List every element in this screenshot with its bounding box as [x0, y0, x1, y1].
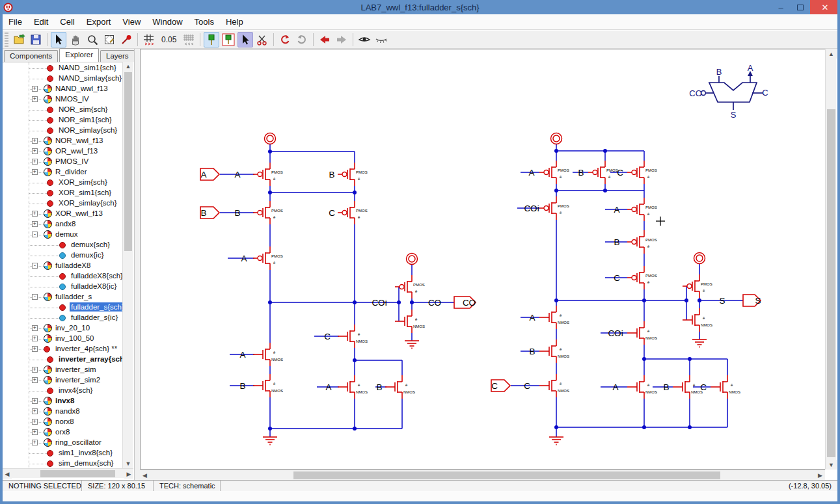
tree-item-label[interactable]: NAND_simlay{sch} — [57, 73, 122, 83]
net-label-B[interactable]: B — [578, 168, 584, 178]
pmos-label[interactable]: PMOS — [356, 209, 368, 213]
tree-item-inverter-sim2[interactable]: +inverter_sim2 — [3, 375, 122, 386]
tree-item-xor-simlay-sch-[interactable]: XOR_simlay{sch} — [3, 198, 122, 209]
tree-item-label[interactable]: inverter_sim — [54, 365, 98, 374]
tree-item-label[interactable]: XOR_sim1{sch} — [57, 188, 113, 197]
magnifier-icon[interactable] — [85, 32, 100, 47]
tree-item-label[interactable]: norx8 — [54, 417, 75, 426]
pmos-param-label[interactable]: ê — [358, 177, 360, 181]
nmos-label[interactable]: NMOS — [271, 389, 283, 393]
tree-item-label[interactable]: sim1_invx8{sch} — [57, 448, 114, 457]
tree-item-xor-wwl-f13[interactable]: +XOR_wwl_f13 — [3, 209, 122, 219]
fulladder-symbol[interactable] — [709, 83, 757, 102]
pmos-gate-bubble[interactable] — [632, 207, 636, 212]
pin-boxed-icon[interactable] — [221, 32, 236, 47]
nmos-label[interactable]: NMOS — [356, 390, 368, 394]
maximize-button[interactable] — [791, 0, 810, 14]
nmos-label[interactable]: NMOS — [645, 336, 657, 340]
pmos-label[interactable]: PMOS — [356, 170, 368, 174]
pmos-gate-bubble[interactable] — [342, 172, 347, 177]
tree-item-orx8[interactable]: +orx8 — [3, 427, 122, 438]
eye-closed-icon[interactable] — [373, 32, 389, 47]
menu-item-edit[interactable]: Edit — [28, 15, 54, 29]
canvas-hscroll-thumb[interactable] — [293, 471, 720, 479]
open-icon[interactable] — [11, 32, 27, 47]
power-symbol[interactable] — [407, 254, 418, 265]
net-label-A[interactable]: A — [234, 170, 240, 179]
nmos-label[interactable]: NMOS — [413, 325, 425, 328]
grid-spacing-value[interactable]: 0.05 — [161, 35, 176, 44]
net-label-B[interactable]: B — [239, 381, 245, 391]
pmos-label[interactable]: PMOS — [606, 168, 618, 172]
menu-item-cell[interactable]: Cell — [54, 15, 80, 29]
rotate-gray-icon[interactable] — [294, 32, 310, 47]
nmos-label[interactable]: NMOS — [356, 339, 368, 343]
canvas-vscroll-thumb[interactable] — [827, 109, 835, 457]
pmos-param-label[interactable]: ê — [560, 175, 562, 179]
fulladder-label-S[interactable]: S — [731, 110, 737, 120]
expand-plus-icon[interactable]: + — [32, 429, 38, 435]
special-select-icon[interactable] — [237, 32, 253, 47]
expand-plus-icon[interactable]: + — [32, 211, 38, 217]
expand-plus-icon[interactable]: + — [32, 96, 38, 102]
tree-item-label[interactable]: inv_100_50 — [54, 334, 95, 343]
expand-plus-icon[interactable]: + — [32, 148, 38, 154]
expand-plus-icon[interactable]: + — [32, 408, 38, 414]
menu-item-file[interactable]: File — [3, 15, 28, 29]
close-button[interactable]: ✕ — [810, 0, 840, 14]
scroll-up-icon[interactable]: ▲ — [123, 62, 133, 71]
net-label-C[interactable]: C — [617, 168, 623, 178]
tree-item-xor-sim1-sch-[interactable]: XOR_sim1{sch} — [3, 188, 122, 198]
net-label-B[interactable]: B — [376, 382, 382, 392]
pmos-param-label[interactable]: ê — [647, 212, 650, 216]
nmos-label[interactable]: NMOS — [271, 358, 283, 362]
tree-item-fulladder-s-ic-[interactable]: fulladder_s{ic} — [3, 313, 122, 323]
pmos-gate-bubble[interactable] — [544, 206, 549, 211]
tree-item-nand-simlay-sch-[interactable]: NAND_simlay{sch} — [3, 73, 122, 84]
nmos-param-label[interactable]: ê — [358, 332, 360, 336]
nmos-label[interactable]: NMOS — [558, 354, 569, 358]
tab-explorer[interactable]: Explorer — [59, 48, 99, 62]
tree-item-nmos-iv[interactable]: +NMOS_IV — [3, 94, 122, 105]
grid-fine-icon[interactable] — [181, 32, 196, 47]
fulladder-label-B[interactable]: B — [716, 67, 722, 77]
tree-item-pmos-iv[interactable]: +PMOS_IV — [3, 157, 122, 167]
expand-plus-icon[interactable]: + — [32, 336, 38, 341]
pmos-param-label[interactable]: ê — [647, 175, 650, 179]
tree-item-label[interactable]: PMOS_IV — [54, 157, 90, 166]
menu-item-help[interactable]: Help — [220, 15, 249, 29]
tree-item-r-divider[interactable]: +R_divider — [3, 167, 122, 178]
tree-item-inverter-4p-sch-[interactable]: +inverter_4p{sch} ** — [3, 344, 122, 354]
edit-cell-icon[interactable] — [102, 32, 117, 47]
forward-arrow-icon[interactable] — [334, 32, 349, 47]
power-symbol[interactable] — [409, 256, 415, 262]
menu-item-tools[interactable]: Tools — [189, 15, 220, 29]
tree-vscroll-thumb[interactable] — [124, 72, 132, 251]
power-symbol[interactable] — [553, 135, 560, 142]
nmos-label[interactable]: NMOS — [645, 390, 657, 394]
expand-plus-icon[interactable]: + — [32, 440, 38, 445]
tree-item-nand-wwl-f13[interactable]: +NAND_wwl_f13 — [3, 84, 122, 94]
nmos-param-label[interactable]: ê — [273, 351, 276, 354]
net-label-COi[interactable]: COi — [608, 328, 623, 338]
tree-item-label[interactable]: fulladdeX8{ic} — [70, 282, 118, 291]
tree-item-label[interactable]: inverter_array{sch — [57, 354, 122, 364]
scroll-right-icon[interactable]: ▶ — [815, 470, 825, 481]
tree-item-sim-demux-sch-[interactable]: sim_demux{sch} — [3, 458, 122, 468]
power-symbol[interactable] — [694, 253, 705, 264]
nmos-param-label[interactable]: ê — [560, 382, 562, 386]
tree-item-fulladder-s-sch-[interactable]: fulladder_s{sch} — [3, 302, 122, 313]
tree-item-label[interactable]: NAND_wwl_f13 — [54, 84, 109, 93]
collapse-minus-icon[interactable]: - — [32, 263, 38, 269]
tree-item-label[interactable]: nandx8 — [54, 406, 81, 416]
power-symbol[interactable] — [551, 133, 562, 144]
scroll-left-icon[interactable]: ◀ — [140, 470, 150, 481]
tree-item-label[interactable]: XOR_simlay{sch} — [57, 198, 118, 207]
pmos-label[interactable]: PMOS — [701, 282, 712, 286]
tree-item-demux-sch-[interactable]: demux{sch} — [3, 240, 122, 250]
fulladder-label-A[interactable]: A — [748, 63, 753, 73]
tree-item-label[interactable]: invx8 — [54, 396, 75, 405]
tree-item-label[interactable]: inverter_sim2 — [54, 375, 102, 384]
tree-item-label[interactable]: NAND_sim1{sch} — [57, 63, 118, 72]
tree-item-label[interactable]: fulladdeX8 — [54, 261, 92, 270]
